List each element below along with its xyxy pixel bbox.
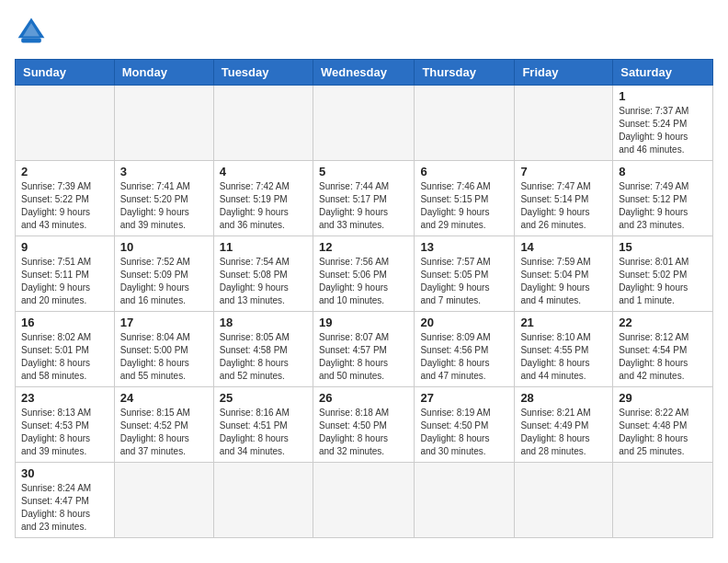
day-cell: 20Sunrise: 8:09 AM Sunset: 4:56 PM Dayli… (415, 312, 515, 387)
day-info: Sunrise: 8:16 AM Sunset: 4:51 PM Dayligh… (220, 407, 307, 458)
day-info: Sunrise: 7:47 AM Sunset: 5:14 PM Dayligh… (520, 180, 607, 232)
day-cell (313, 463, 414, 538)
calendar: SundayMondayTuesdayWednesdayThursdayFrid… (15, 59, 713, 538)
day-info: Sunrise: 8:19 AM Sunset: 4:50 PM Dayligh… (420, 407, 508, 458)
day-info: Sunrise: 7:51 AM Sunset: 5:11 PM Dayligh… (21, 256, 108, 307)
day-cell (16, 86, 115, 161)
day-info: Sunrise: 7:39 AM Sunset: 5:22 PM Dayligh… (21, 180, 108, 232)
day-info: Sunrise: 8:18 AM Sunset: 4:50 PM Dayligh… (319, 407, 408, 458)
col-header-saturday: Saturday (613, 60, 713, 86)
day-cell (213, 86, 313, 161)
logo (15, 15, 53, 48)
day-info: Sunrise: 8:22 AM Sunset: 4:48 PM Dayligh… (619, 407, 707, 458)
day-number: 3 (120, 165, 208, 178)
day-info: Sunrise: 7:49 AM Sunset: 5:12 PM Dayligh… (619, 180, 707, 232)
header (15, 15, 713, 48)
day-cell: 17Sunrise: 8:04 AM Sunset: 5:00 PM Dayli… (114, 312, 213, 387)
day-info: Sunrise: 7:57 AM Sunset: 5:05 PM Dayligh… (420, 256, 508, 307)
calendar-header-row: SundayMondayTuesdayWednesdayThursdayFrid… (16, 60, 713, 86)
week-row-1: 1Sunrise: 7:37 AM Sunset: 5:24 PM Daylig… (16, 86, 713, 161)
day-number: 20 (420, 316, 508, 329)
day-number: 16 (21, 316, 108, 329)
day-cell: 27Sunrise: 8:19 AM Sunset: 4:50 PM Dayli… (415, 387, 515, 463)
day-cell (213, 463, 313, 538)
day-number: 7 (520, 165, 607, 178)
col-header-friday: Friday (515, 60, 613, 86)
week-row-3: 9Sunrise: 7:51 AM Sunset: 5:11 PM Daylig… (16, 236, 713, 312)
day-cell: 6Sunrise: 7:46 AM Sunset: 5:15 PM Daylig… (415, 161, 515, 236)
day-number: 14 (520, 240, 607, 254)
day-info: Sunrise: 8:13 AM Sunset: 4:53 PM Dayligh… (21, 407, 108, 458)
col-header-wednesday: Wednesday (313, 60, 414, 86)
day-cell: 8Sunrise: 7:49 AM Sunset: 5:12 PM Daylig… (613, 161, 713, 236)
day-number: 19 (319, 316, 408, 329)
day-info: Sunrise: 8:15 AM Sunset: 4:52 PM Dayligh… (120, 407, 208, 458)
day-info: Sunrise: 7:52 AM Sunset: 5:09 PM Dayligh… (120, 256, 208, 307)
day-info: Sunrise: 8:21 AM Sunset: 4:49 PM Dayligh… (520, 407, 607, 458)
logo-icon (15, 15, 48, 48)
day-number: 17 (120, 316, 208, 329)
day-cell (515, 86, 613, 161)
day-number: 11 (220, 240, 307, 254)
day-cell: 29Sunrise: 8:22 AM Sunset: 4:48 PM Dayli… (613, 387, 713, 463)
day-cell (613, 463, 713, 538)
day-number: 26 (319, 391, 408, 405)
day-cell (415, 86, 515, 161)
day-cell: 7Sunrise: 7:47 AM Sunset: 5:14 PM Daylig… (515, 161, 613, 236)
day-cell: 5Sunrise: 7:44 AM Sunset: 5:17 PM Daylig… (313, 161, 414, 236)
day-cell (313, 86, 414, 161)
day-cell: 11Sunrise: 7:54 AM Sunset: 5:08 PM Dayli… (213, 236, 313, 312)
day-number: 21 (520, 316, 607, 329)
day-info: Sunrise: 8:09 AM Sunset: 4:56 PM Dayligh… (420, 331, 508, 383)
day-number: 29 (619, 391, 707, 405)
col-header-monday: Monday (114, 60, 213, 86)
day-number: 8 (619, 165, 707, 178)
day-cell: 10Sunrise: 7:52 AM Sunset: 5:09 PM Dayli… (114, 236, 213, 312)
col-header-tuesday: Tuesday (213, 60, 313, 86)
day-cell: 26Sunrise: 8:18 AM Sunset: 4:50 PM Dayli… (313, 387, 414, 463)
day-number: 9 (21, 240, 108, 254)
day-info: Sunrise: 8:04 AM Sunset: 5:00 PM Dayligh… (120, 331, 208, 383)
col-header-thursday: Thursday (415, 60, 515, 86)
day-cell: 3Sunrise: 7:41 AM Sunset: 5:20 PM Daylig… (114, 161, 213, 236)
day-info: Sunrise: 8:12 AM Sunset: 4:54 PM Dayligh… (619, 331, 707, 383)
day-cell: 14Sunrise: 7:59 AM Sunset: 5:04 PM Dayli… (515, 236, 613, 312)
day-cell: 30Sunrise: 8:24 AM Sunset: 4:47 PM Dayli… (16, 463, 115, 538)
day-number: 25 (220, 391, 307, 405)
day-info: Sunrise: 8:07 AM Sunset: 4:57 PM Dayligh… (319, 331, 408, 383)
day-cell (515, 463, 613, 538)
day-number: 4 (220, 165, 307, 178)
day-cell: 23Sunrise: 8:13 AM Sunset: 4:53 PM Dayli… (16, 387, 115, 463)
day-number: 24 (120, 391, 208, 405)
col-header-sunday: Sunday (16, 60, 115, 86)
day-info: Sunrise: 7:41 AM Sunset: 5:20 PM Dayligh… (120, 180, 208, 232)
day-info: Sunrise: 8:02 AM Sunset: 5:01 PM Dayligh… (21, 331, 108, 383)
day-cell: 15Sunrise: 8:01 AM Sunset: 5:02 PM Dayli… (613, 236, 713, 312)
day-cell: 19Sunrise: 8:07 AM Sunset: 4:57 PM Dayli… (313, 312, 414, 387)
day-number: 13 (420, 240, 508, 254)
svg-rect-2 (21, 38, 41, 42)
day-number: 28 (520, 391, 607, 405)
day-cell: 25Sunrise: 8:16 AM Sunset: 4:51 PM Dayli… (213, 387, 313, 463)
day-cell: 1Sunrise: 7:37 AM Sunset: 5:24 PM Daylig… (613, 86, 713, 161)
day-info: Sunrise: 7:56 AM Sunset: 5:06 PM Dayligh… (319, 256, 408, 307)
day-number: 1 (619, 89, 707, 103)
week-row-6: 30Sunrise: 8:24 AM Sunset: 4:47 PM Dayli… (16, 463, 713, 538)
day-number: 27 (420, 391, 508, 405)
day-number: 15 (619, 240, 707, 254)
page: SundayMondayTuesdayWednesdayThursdayFrid… (0, 0, 728, 553)
day-cell (415, 463, 515, 538)
day-number: 18 (220, 316, 307, 329)
day-info: Sunrise: 7:42 AM Sunset: 5:19 PM Dayligh… (220, 180, 307, 232)
day-number: 2 (21, 165, 108, 178)
day-info: Sunrise: 8:10 AM Sunset: 4:55 PM Dayligh… (520, 331, 607, 383)
day-cell: 13Sunrise: 7:57 AM Sunset: 5:05 PM Dayli… (415, 236, 515, 312)
day-info: Sunrise: 8:01 AM Sunset: 5:02 PM Dayligh… (619, 256, 707, 307)
day-info: Sunrise: 7:46 AM Sunset: 5:15 PM Dayligh… (420, 180, 508, 232)
day-number: 5 (319, 165, 408, 178)
day-number: 10 (120, 240, 208, 254)
week-row-4: 16Sunrise: 8:02 AM Sunset: 5:01 PM Dayli… (16, 312, 713, 387)
day-cell (114, 86, 213, 161)
day-info: Sunrise: 7:59 AM Sunset: 5:04 PM Dayligh… (520, 256, 607, 307)
day-cell: 28Sunrise: 8:21 AM Sunset: 4:49 PM Dayli… (515, 387, 613, 463)
